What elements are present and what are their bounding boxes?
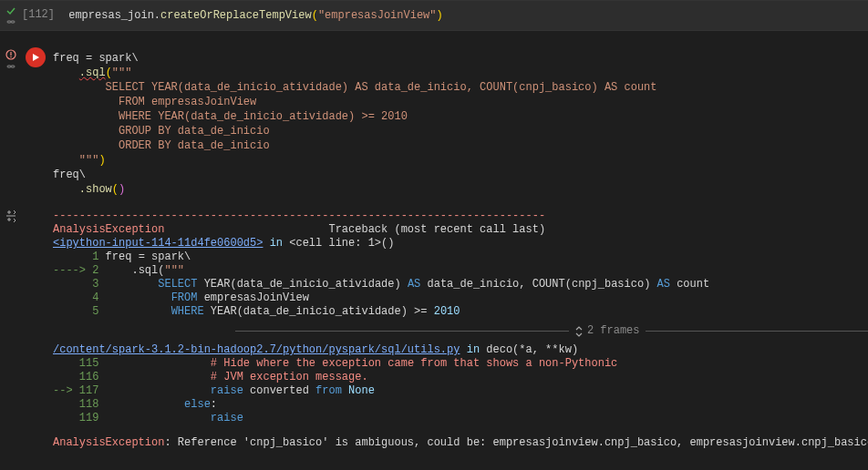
- tok: freq: [53, 169, 79, 181]
- code: raise: [211, 412, 243, 424]
- frames-count: 2 frames: [587, 324, 640, 338]
- toggle-output-icon[interactable]: [5, 209, 17, 222]
- error-icon: [5, 49, 16, 60]
- code: # Hide where the exception came from tha…: [211, 357, 617, 370]
- lineno: 117: [79, 384, 99, 398]
- arrow-marker: -->: [53, 384, 79, 397]
- code: [98, 305, 170, 318]
- code-token: "empresasJoinView": [318, 9, 437, 22]
- expand-frames-icon[interactable]: [574, 325, 584, 338]
- code-area[interactable]: freq = spark\ .sql(""" SELECT YEAR(data_…: [49, 44, 868, 204]
- tok: ORDER BY data_de_inicio: [53, 139, 270, 152]
- tok: \: [131, 52, 138, 65]
- code: AS: [657, 278, 670, 291]
- traceback-label: Traceback (most recent call last): [164, 223, 545, 236]
- code: """: [164, 264, 184, 277]
- code: [98, 371, 210, 383]
- lineno: 1: [53, 250, 98, 264]
- link-icon[interactable]: [6, 62, 16, 71]
- code: raise: [211, 384, 243, 397]
- lineno: 5: [53, 305, 98, 319]
- tok: .show: [79, 183, 112, 196]
- lineno: 119: [53, 412, 98, 425]
- play-icon: [31, 53, 40, 62]
- code: None: [342, 384, 375, 397]
- tok: FROM empresasJoinView: [53, 96, 256, 108]
- tok: [53, 183, 79, 196]
- cell-exec-count: [112]: [22, 1, 58, 30]
- code: FROM: [171, 291, 198, 304]
- tok: spark: [98, 52, 131, 65]
- code: converted: [243, 384, 315, 397]
- lineno: 118: [53, 398, 98, 412]
- tok: [53, 154, 79, 167]
- code: # JVM exception message.: [211, 371, 368, 383]
- run-button-area: [22, 44, 49, 204]
- code: count: [670, 278, 709, 291]
- code-token: createOrReplaceTempView: [160, 9, 312, 22]
- code: WHERE: [171, 305, 204, 318]
- lineno: 116: [53, 371, 98, 384]
- code-cell-112: [112] empresas_join.createOrReplaceTempV…: [0, 0, 868, 30]
- lineno: 115: [53, 357, 98, 371]
- final-exception-name: AnalysisException: [53, 436, 164, 449]
- output-content[interactable]: ----------------------------------------…: [49, 204, 868, 455]
- tok: (: [106, 66, 112, 79]
- code: :: [211, 398, 217, 411]
- code-cell-active: freq = spark\ .sql(""" SELECT YEAR(data_…: [0, 30, 868, 204]
- code: [98, 412, 210, 424]
- tok: GROUP BY data_de_inicio: [53, 125, 270, 138]
- code: [98, 357, 210, 370]
- code: AS: [408, 278, 420, 291]
- tok: (*a, **kw): [512, 343, 578, 356]
- tok: ): [98, 154, 105, 167]
- cell-gutter: [0, 1, 22, 30]
- tok: ): [119, 183, 125, 196]
- code-token: empresas_join: [68, 9, 154, 22]
- lineno: 3: [53, 278, 98, 291]
- code: data_de_inicio, COUNT(cnpj_basico): [420, 278, 656, 291]
- svg-rect-5: [7, 66, 11, 67]
- tok: in: [460, 343, 486, 356]
- output-gutter: [0, 204, 22, 455]
- frames-separator: 2 frames: [53, 324, 868, 338]
- lineno: 4: [53, 291, 98, 305]
- link-icon[interactable]: [6, 17, 16, 26]
- tok: =: [86, 52, 98, 65]
- tok: (: [112, 183, 119, 196]
- svg-rect-0: [7, 21, 11, 23]
- output-cell: ----------------------------------------…: [0, 204, 868, 455]
- tok: freq: [53, 52, 86, 65]
- code: [98, 291, 170, 304]
- tok: SELECT YEAR(data_de_inicio_atividade) AS…: [53, 81, 657, 94]
- code: freq = spark\: [98, 250, 191, 263]
- tok: deco: [486, 343, 512, 356]
- tok: [53, 66, 79, 79]
- svg-rect-4: [10, 52, 11, 56]
- source-link[interactable]: /content/spark-3.1.2-bin-hadoop2.7/pytho…: [53, 343, 460, 356]
- svg-rect-6: [11, 66, 15, 67]
- tok: """: [79, 154, 99, 167]
- code: [98, 278, 158, 291]
- source-link[interactable]: <ipython-input-114-11d4fe0600d5>: [53, 237, 263, 250]
- code: YEAR(data_de_inicio_atividade) >=: [204, 305, 434, 318]
- svg-rect-1: [11, 21, 15, 23]
- code: YEAR(data_de_inicio_atividade): [197, 278, 407, 291]
- code: 2010: [434, 305, 460, 318]
- code: [98, 398, 184, 411]
- run-button[interactable]: [26, 47, 46, 67]
- code: else: [184, 398, 211, 411]
- tok: <cell line: 1>(): [289, 237, 394, 250]
- tok: WHERE YEAR(data_de_inicio_atividade) >= …: [53, 110, 408, 123]
- code: from: [315, 384, 342, 397]
- code-area[interactable]: empresas_join.createOrReplaceTempView("e…: [58, 1, 868, 30]
- tok: """: [112, 66, 132, 79]
- svg-point-3: [10, 56, 12, 58]
- check-icon: [6, 6, 16, 15]
- code: SELECT: [158, 278, 197, 291]
- cell-gutter: [0, 44, 22, 204]
- code: empresasJoinView: [197, 291, 308, 304]
- output-spacer: [22, 204, 49, 455]
- final-exception-msg: : Reference 'cnpj_basico' is ambiguous, …: [164, 436, 868, 449]
- exception-name: AnalysisException: [53, 223, 164, 236]
